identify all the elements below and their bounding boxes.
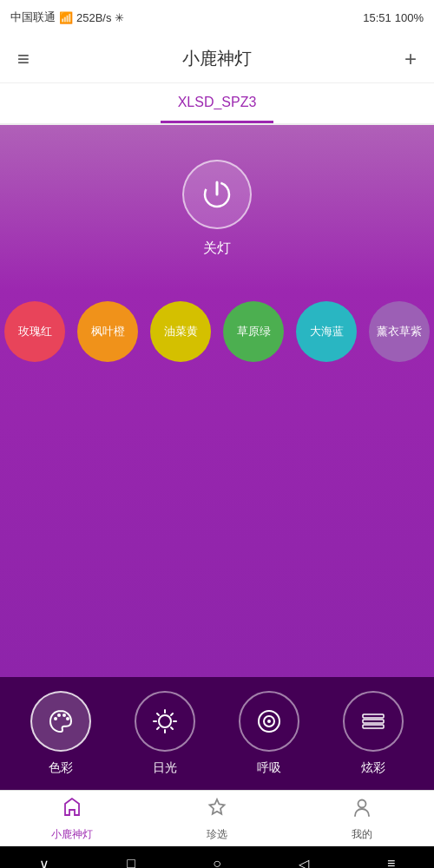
power-label: 关灯 — [203, 240, 231, 258]
power-button[interactable] — [182, 160, 252, 229]
top-nav: ≡ 小鹿神灯 + — [0, 35, 434, 83]
android-down-btn[interactable]: ∨ — [39, 856, 49, 869]
bottom-nav-favorites[interactable]: 珍选 — [145, 796, 290, 842]
tab-label: XLSD_SPZ3 — [178, 95, 257, 110]
bottom-nav-icon-profile — [351, 796, 373, 824]
bottom-nav-label-home: 小鹿神灯 — [51, 827, 93, 842]
svg-point-17 — [267, 720, 271, 723]
tab-bar: XLSD_SPZ3 — [0, 83, 434, 125]
svg-line-14 — [157, 727, 159, 729]
color-button-0[interactable]: 玫瑰红 — [4, 301, 65, 362]
power-icon — [200, 177, 234, 212]
android-nav: ∨ □ ○ ◁ ≡ — [0, 846, 434, 868]
mode-label-flashy: 炫彩 — [361, 760, 385, 776]
color-button-2[interactable]: 油菜黄 — [150, 301, 211, 362]
svg-point-21 — [358, 799, 365, 807]
bottom-nav-label-favorites: 珍选 — [207, 827, 227, 842]
android-home-btn[interactable]: ○ — [213, 856, 221, 868]
bottom-nav-label-profile: 我的 — [352, 827, 372, 842]
svg-point-5 — [66, 717, 69, 720]
svg-point-2 — [54, 717, 57, 720]
android-menu-btn[interactable]: ≡ — [387, 856, 395, 868]
speed-text: 252B/s — [76, 11, 111, 24]
mode-icon-circle-breathe — [239, 691, 299, 752]
color-button-3[interactable]: 草原绿 — [223, 301, 284, 362]
status-right: 15:51 100% — [363, 11, 424, 24]
add-button[interactable]: + — [404, 47, 417, 71]
carrier-text: 中国联通 — [10, 10, 56, 25]
svg-line-11 — [157, 713, 159, 715]
mode-label-sunlight: 日光 — [153, 760, 177, 776]
mode-icon-circle-sunlight — [135, 691, 195, 752]
power-section: 关灯 — [182, 160, 252, 258]
bottom-nav-icon-favorites — [206, 796, 228, 824]
menu-button[interactable]: ≡ — [17, 47, 30, 71]
svg-point-3 — [57, 713, 61, 717]
android-recent-btn[interactable]: □ — [127, 856, 135, 868]
mode-item-color[interactable]: 色彩 — [9, 691, 113, 776]
svg-line-13 — [171, 713, 173, 715]
color-button-4[interactable]: 大海蓝 — [296, 301, 357, 362]
mode-item-breathe[interactable]: 呼吸 — [217, 691, 321, 776]
mode-label-breathe: 呼吸 — [257, 760, 281, 776]
main-content: 关灯 玫瑰红枫叶橙油菜黄草原绿大海蓝薰衣草紫 — [0, 125, 434, 677]
bottom-nav-home[interactable]: 小鹿神灯 — [0, 796, 145, 842]
color-buttons: 玫瑰红枫叶橙油菜黄草原绿大海蓝薰衣草紫 — [4, 301, 430, 362]
wifi-icon: 📶 — [59, 11, 73, 24]
page-title: 小鹿神灯 — [182, 47, 252, 70]
status-left: 中国联通 📶 252B/s ✳ — [10, 10, 124, 25]
mode-icon-circle-flashy — [343, 691, 404, 752]
bottom-nav-icon-home — [61, 796, 83, 824]
mode-item-sunlight[interactable]: 日光 — [113, 691, 217, 776]
color-button-1[interactable]: 枫叶橙 — [77, 301, 138, 362]
svg-point-4 — [62, 713, 66, 717]
tab-xlsd[interactable]: XLSD_SPZ3 — [161, 83, 274, 123]
battery-text: 100% — [395, 11, 424, 24]
svg-line-12 — [171, 727, 173, 729]
time-text: 15:51 — [363, 11, 391, 24]
svg-point-6 — [159, 715, 171, 727]
mode-label-color: 色彩 — [49, 760, 73, 776]
color-button-5[interactable]: 薰衣草紫 — [369, 301, 430, 362]
mode-icon-circle-color — [30, 691, 91, 752]
android-back-btn[interactable]: ◁ — [299, 856, 309, 869]
svg-rect-20 — [363, 725, 384, 728]
status-bar: 中国联通 📶 252B/s ✳ 15:51 100% — [0, 0, 434, 35]
svg-rect-18 — [363, 714, 384, 718]
svg-rect-19 — [363, 720, 384, 723]
mode-item-flashy[interactable]: 炫彩 — [321, 691, 425, 776]
bottom-nav-profile[interactable]: 我的 — [289, 796, 434, 842]
bluetooth-icon: ✳ — [115, 11, 124, 24]
bottom-nav: 小鹿神灯珍选我的 — [0, 790, 434, 846]
mode-bar: 色彩 日光 呼吸 炫彩 — [0, 677, 434, 790]
